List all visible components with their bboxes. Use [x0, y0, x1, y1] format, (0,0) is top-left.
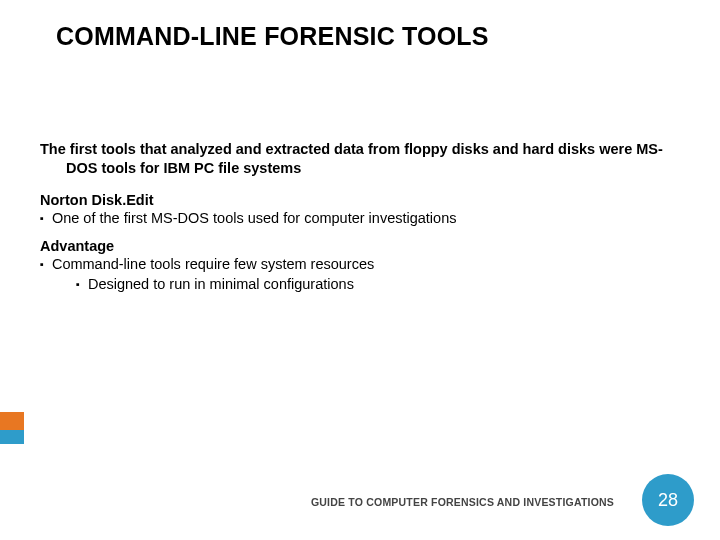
slide: COMMAND-LINE FORENSIC TOOLS The first to…: [0, 0, 720, 540]
accent-blue: [0, 430, 24, 444]
bullet-advantage: Command-line tools require few system re…: [40, 256, 680, 272]
accent-bars: [0, 412, 24, 444]
page-number: 28: [658, 490, 678, 511]
accent-orange: [0, 412, 24, 430]
footer-text: GUIDE TO COMPUTER FORENSICS AND INVESTIG…: [311, 496, 614, 508]
slide-body: The first tools that analyzed and extrac…: [40, 140, 680, 292]
section-heading-advantage: Advantage: [40, 238, 680, 254]
section-heading-norton: Norton Disk.Edit: [40, 192, 680, 208]
intro-paragraph: The first tools that analyzed and extrac…: [40, 140, 680, 178]
page-number-badge: 28: [642, 474, 694, 526]
bullet-norton: One of the first MS-DOS tools used for c…: [40, 210, 680, 226]
bullet-advantage-sub: Designed to run in minimal configuration…: [76, 276, 680, 292]
slide-title: COMMAND-LINE FORENSIC TOOLS: [56, 22, 489, 51]
